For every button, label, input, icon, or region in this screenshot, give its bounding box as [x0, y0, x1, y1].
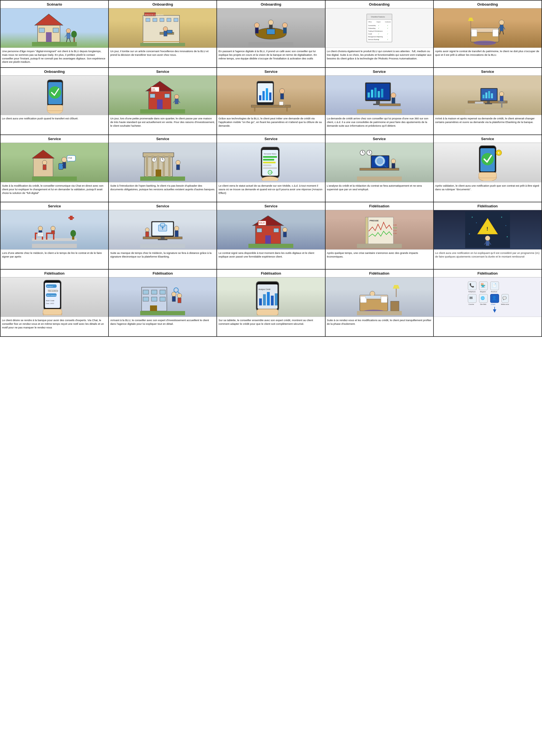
- svg-point-128: [499, 92, 504, 96]
- svg-rect-113: [376, 101, 380, 104]
- cell-image-r3c2: [109, 143, 216, 182]
- svg-rect-253: [486, 241, 489, 246]
- svg-text:iClient: iClient: [491, 303, 495, 305]
- cell-header-r1c2: Onboarding: [109, 1, 216, 8]
- svg-text:📄: 📄: [492, 283, 497, 288]
- illus-phone-check2: ★: [465, 144, 510, 181]
- cell-header-r4c3: Service: [217, 202, 325, 210]
- svg-text:-6.34: -6.34: [393, 233, 397, 234]
- svg-point-179: [377, 158, 383, 164]
- svg-text:🏪: 🏪: [481, 283, 486, 288]
- illus-phone-check: [32, 77, 77, 113]
- svg-rect-283: [172, 296, 175, 302]
- svg-text:✓: ✓: [378, 30, 379, 32]
- illus-house: [32, 10, 77, 46]
- svg-rect-273: [43, 309, 62, 315]
- svg-text:📞: 📞: [469, 283, 474, 288]
- cell-r2c2: Service FOR SALE: [109, 68, 217, 135]
- svg-rect-4: [53, 28, 59, 33]
- cell-text-r4c5: Le client aura une notification en lui e…: [434, 249, 541, 269]
- cell-r5c3: Fidélisation Analyse Crédit Sur sa table…: [217, 270, 325, 337]
- svg-text:✓: ✓: [378, 39, 379, 40]
- svg-point-144: [42, 160, 47, 165]
- svg-text:Trading & Performance: Trading & Performance: [368, 30, 383, 32]
- svg-rect-275: [143, 290, 149, 294]
- svg-rect-240: [248, 244, 293, 248]
- svg-line-8: [65, 34, 67, 37]
- svg-point-303: [370, 291, 375, 296]
- svg-text:🌐: 🌐: [481, 296, 485, 300]
- svg-rect-304: [365, 296, 381, 298]
- svg-rect-118: [357, 109, 402, 113]
- svg-rect-228: [161, 237, 164, 239]
- illus-mobile-status: Demande Status 75%: [248, 144, 293, 181]
- illus-checklist: Checklist Features Office Digital Instit…: [357, 10, 402, 46]
- svg-point-78: [49, 86, 61, 99]
- svg-point-34: [283, 23, 288, 28]
- svg-marker-135: [32, 150, 54, 158]
- svg-text:✓: ✓: [378, 27, 379, 29]
- svg-rect-163: [140, 177, 185, 181]
- svg-text:Site Web: Site Web: [480, 303, 486, 305]
- svg-point-284: [177, 293, 182, 298]
- illus-dark-notif: !: [465, 212, 510, 248]
- svg-rect-168: [263, 159, 274, 161]
- svg-point-136: [62, 157, 67, 162]
- svg-rect-84: [150, 94, 155, 98]
- svg-point-256: [472, 217, 473, 218]
- svg-point-238: [283, 228, 287, 232]
- svg-point-68: [499, 20, 504, 25]
- cell-text-r1c3: En passant à l'agence digitale à la BLU,…: [217, 48, 325, 67]
- svg-line-72: [500, 31, 501, 34]
- svg-point-67: [474, 41, 496, 45]
- cell-r4c2: Service: [109, 202, 217, 270]
- svg-rect-80: [47, 105, 63, 111]
- cell-header-r3c1: Service: [1, 135, 108, 143]
- cell-text-r1c1: Une personne d'âge moyen "digital-immigr…: [1, 48, 108, 67]
- cell-r1c1: Scénario U: [1, 1, 109, 68]
- svg-rect-239: [283, 232, 287, 237]
- cell-image-r4c5: !: [434, 210, 541, 249]
- svg-rect-105: [279, 102, 283, 105]
- svg-text:✓: ✓: [387, 33, 388, 35]
- cell-text-r5c5: [434, 317, 541, 336]
- svg-text:Motif: Crédit: Motif: Crédit: [46, 300, 54, 302]
- svg-rect-90: [175, 99, 178, 104]
- svg-rect-227: [145, 232, 149, 237]
- svg-line-11: [69, 39, 70, 42]
- svg-text:✉: ✉: [469, 296, 473, 300]
- illus-waiting: [32, 212, 77, 248]
- cell-image-r2c3: [217, 76, 325, 115]
- cell-text-r1c5: Après avoir signé le contrat de transfer…: [434, 48, 541, 67]
- illus-crisis: PRESSE -0.03 45.32 -8.14 -6.34: [357, 212, 402, 248]
- svg-text:✓: ✓: [387, 39, 388, 40]
- svg-rect-31: [255, 28, 258, 33]
- illus-phone-chat: Bonjour! Rdv confirmé Merci beaucoup Mot…: [32, 279, 77, 315]
- storyboard-grid: Scénario U: [0, 0, 542, 337]
- svg-text:!: !: [487, 226, 488, 232]
- svg-rect-205: [70, 216, 73, 220]
- svg-rect-235: [274, 228, 279, 232]
- cell-image-r3c3: Demande Status 75%: [217, 143, 325, 182]
- svg-rect-167: [263, 156, 277, 158]
- svg-rect-131: [501, 103, 502, 108]
- svg-rect-109: [371, 90, 373, 98]
- cell-text-r4c4: Après quelque temps, une crise sanitaire…: [326, 249, 433, 269]
- svg-rect-38: [248, 42, 293, 46]
- cell-header-r5c2: Fidélisation: [109, 270, 216, 277]
- cell-text-r2c1: Le client aura une notification push qua…: [1, 115, 108, 134]
- cell-header-r5c1: Fidélisation: [1, 270, 108, 277]
- cell-image-r5c4: [326, 277, 433, 317]
- cell-text-r1c2: Un jour, il tombe sur un article concern…: [109, 48, 216, 67]
- svg-rect-104: [286, 107, 288, 112]
- cell-r1c5: Onboarding Après av: [434, 1, 542, 68]
- svg-rect-117: [379, 104, 400, 106]
- svg-rect-298: [257, 309, 278, 315]
- svg-rect-101: [281, 94, 284, 99]
- svg-text:SALE: SALE: [151, 90, 156, 92]
- svg-rect-234: [257, 228, 262, 232]
- cell-image-r1c2: BANQUE DE LUXEMBOURG: [109, 8, 216, 48]
- svg-rect-123: [485, 92, 487, 98]
- svg-text:Management Reporting: Management Reporting: [368, 36, 383, 38]
- illus-tablet: Analyse Crédit: [248, 279, 293, 315]
